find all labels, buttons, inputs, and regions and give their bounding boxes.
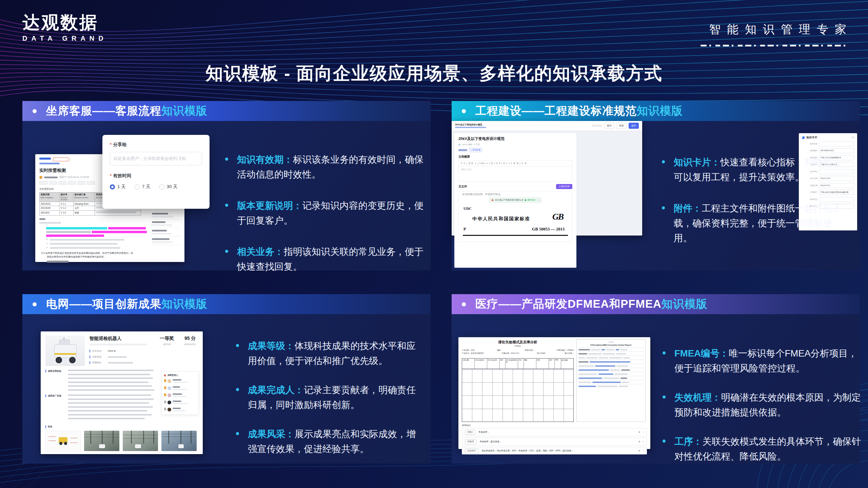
panel-title-accent: 知识模版 [161, 104, 208, 117]
window-title: 20kV及以下变电所设计规范 [455, 123, 486, 126]
radio-icon [159, 184, 164, 189]
tag-chip[interactable] [58, 181, 66, 185]
radio-selected-icon [110, 184, 115, 189]
achievement-header: 智能巡检机器人 发布年份2024 年 成果类型 所属地区 一等奖成果等级 95 … [45, 336, 198, 366]
related-item[interactable] [152, 237, 181, 245]
chevron-right-icon[interactable]: › [643, 440, 644, 443]
row-text: 失效机理；建议措施； [480, 440, 636, 443]
panel-medical-fmea-header: 医疗——产品研发DFMEA和PFMEA知识模版 [452, 294, 860, 314]
upload-mainfile-button[interactable]: 上传主文件 [556, 184, 573, 189]
knowledge-row[interactable]: 行数1 失效机理； ×› [462, 428, 647, 436]
cell-desc [95, 211, 141, 216]
pdf-icon [492, 199, 493, 201]
required-asterisk-icon: * [110, 142, 112, 147]
bullet-dot-icon [225, 158, 228, 161]
contributor-row[interactable] [164, 408, 196, 412]
radio-7-days[interactable]: 7 天 [135, 184, 151, 190]
gb-logo: GB [552, 212, 563, 222]
close-icon[interactable]: × [638, 430, 640, 434]
contributor-row[interactable] [164, 401, 196, 405]
close-icon[interactable]: × [638, 449, 640, 452]
close-icon[interactable]: × [538, 199, 539, 201]
contributor-row[interactable] [164, 386, 196, 391]
row-tag-button[interactable]: 行数1 [465, 430, 475, 435]
chevron-right-icon[interactable]: › [643, 449, 644, 452]
slide: 达观数据 DATA GRAND 智能知识管理专家 知识模板 - 面向企业级应用场… [0, 0, 868, 488]
required-asterisk-icon: * [110, 173, 112, 178]
knowledge-row[interactable]: 待添加行 潜在失效模式；潜在失效后果；SEV；失效机理；OCC；探测；预防；DE… [462, 447, 647, 454]
standard-code: GB 50053 — 2013 [532, 227, 565, 232]
related-item[interactable] [152, 211, 181, 220]
bullet-dot-icon [225, 250, 228, 253]
bullet-dot-icon [663, 395, 666, 399]
contributor-row[interactable] [164, 379, 196, 384]
tag-chip[interactable] [87, 181, 95, 185]
share-user-input[interactable]: 此处多选用户，分享给谁谁会收到【知 [110, 152, 202, 165]
panel-engineering-header: 工程建设——工程建设标准规范知识模版 [452, 101, 860, 121]
robot-product-image [45, 336, 85, 366]
editor-input[interactable]: 请输入内容 [458, 166, 572, 182]
submit-button[interactable]: 提交 [629, 123, 639, 129]
panel-title-main: 工程建设——工程建设标准规范 [475, 104, 637, 117]
bullet-dot-icon [663, 351, 666, 354]
report-title: 8 Disciplines(8D) Corrective Action Repo… [578, 344, 644, 346]
tag-chip[interactable] [49, 181, 57, 185]
tag-chip[interactable] [68, 181, 76, 185]
panel-engineering-body: 20kV及以下变电所设计规范 更改已保存 暂存 预览 提交 20kV及以下变电所… [452, 121, 860, 270]
panel-title: 电网——项目创新成果知识模版 [46, 297, 208, 312]
close-icon[interactable]: × [638, 440, 640, 443]
draft-button[interactable]: 暂存 [604, 123, 614, 129]
row-tag-button[interactable]: 行数25 [465, 439, 476, 444]
add-tag-button[interactable]: + 添加标签 [469, 148, 482, 152]
award-label: 成果等级 [160, 343, 174, 346]
panel-title-accent: 知识模版 [161, 298, 208, 310]
cell-author: Nanqing Shen [74, 202, 95, 206]
panel-title: 坐席客服——客服流程知识模版 [46, 103, 208, 119]
bullet-dot-icon [662, 160, 665, 163]
row-text: 失效机理； [478, 431, 636, 434]
rank-badge [164, 379, 166, 382]
chevron-right-icon[interactable]: › [643, 431, 644, 434]
contributor-row[interactable] [164, 393, 196, 398]
brand-logo-cn: 达观数据 [22, 14, 107, 31]
valid-time-options: 1 天 7 天 30 天 [110, 184, 202, 190]
updated-time: 更新于 2023-06-02 11:53:55 [59, 176, 89, 179]
substation-photo[interactable] [123, 431, 158, 451]
preview-button[interactable]: 预览 [616, 123, 627, 129]
file-chip[interactable]: 20kV及以下变电所设计规范.pdf解析成功× [489, 198, 541, 203]
tag-chip[interactable] [77, 181, 85, 185]
related-item[interactable] [152, 228, 181, 237]
radio-30-days[interactable]: 30 天 [159, 184, 178, 190]
achievement-stats: 一等奖成果等级 95 分成果评审得分 [160, 336, 198, 366]
udc-text: UDC [463, 206, 472, 210]
tag-label-placeholder [458, 149, 467, 151]
radio-1-day[interactable]: 1 天 [110, 184, 126, 190]
panel-agent-service-header: 坐席客服——客服流程知识模版 [22, 101, 431, 121]
robot-diagram-photo[interactable] [45, 431, 81, 451]
tag-chip[interactable] [39, 181, 47, 185]
panel-bullet-list: 知识有效期：标识该条业务的有效时间，确保活动信息的时效性。 版本更新说明：记录知… [225, 152, 433, 290]
contributors-card: 成果完成人 [161, 371, 199, 415]
panel-title: 医疗——产品研发DFMEA和PFMEA知识模版 [475, 297, 708, 312]
achievement-title: 智能巡检机器人 [90, 336, 160, 342]
panel-power-grid-header: 电网——项目创新成果知识模版 [22, 294, 431, 314]
knowledge-row[interactable]: 行数25 失效机理；建议措施； ×› [462, 438, 647, 446]
substation-photo[interactable] [84, 431, 119, 451]
valid-time-label: *有效时间 [110, 173, 202, 179]
row-tag-button[interactable]: 待添加行 [465, 448, 478, 453]
pager[interactable]: ‹ 1 / 5 › [578, 341, 644, 343]
bullet-item: 成果完成人：记录主要贡献者，明确责任归属，同时激励科研创新。 [236, 383, 422, 412]
cell-version: V 1.3 [60, 211, 74, 216]
editor-toolbar[interactable]: ↺ ↻ | 正文 ∨ | 14px ∨ | B I U S | A ∨ | ≡ … [458, 161, 572, 166]
substation-photo[interactable] [161, 431, 197, 451]
doc-meta: admin 编辑 · 8 天前 [458, 143, 572, 146]
score: 95 分 [184, 336, 196, 342]
panel-bullet-list: 成果等级：体现科技成果的技术水平和应用价值，便于评估和推广优先级。 成果完成人：… [236, 339, 422, 471]
fmea-screenshot: 潜在失效模式及后果分析 （PFMEA） 工序名称：涂布编制：审核/日期：FMEA… [458, 337, 650, 449]
panel-title-main: 坐席客服——客服流程 [46, 104, 161, 117]
contributors-header: 成果完成人 [164, 374, 196, 377]
panel-engineering: 工程建设——工程建设标准规范知识模版 20kV及以下变电所设计规范 更改已保存 … [452, 101, 860, 270]
tagline-dashed-underline [701, 45, 846, 46]
related-item[interactable] [152, 220, 181, 228]
bullet-item: 成果等级：体现科技成果的技术水平和应用价值，便于评估和推广优先级。 [236, 339, 422, 368]
